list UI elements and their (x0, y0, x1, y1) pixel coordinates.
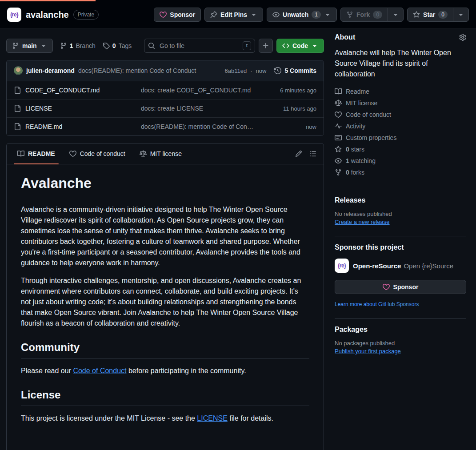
packages-section: Packages No packages published Publish y… (335, 318, 466, 365)
tags-link[interactable]: 0 Tags (103, 42, 132, 49)
star-icon (413, 11, 420, 18)
about-custom-properties-link[interactable]: Custom properties (335, 132, 466, 143)
about-readme-link[interactable]: Readme (335, 86, 466, 97)
star-label: Star (423, 11, 435, 18)
community-paragraph: Please read our Code of Conduct before p… (21, 366, 309, 376)
go-to-file-input[interactable] (159, 42, 239, 50)
org-avatar[interactable]: {re} (7, 8, 21, 22)
file-link[interactable]: LICENSE (14, 105, 141, 112)
tab-mit-license-label: MIT license (150, 150, 182, 157)
file-link[interactable]: README.md (14, 123, 141, 130)
file-commit-time: 6 minutes ago (254, 87, 316, 94)
table-row[interactable]: LICENSE docs: create LICENSE 11 hours ag… (7, 99, 324, 117)
git-branch-icon (12, 42, 19, 49)
sponsor-org-login[interactable]: Open-reSource (353, 262, 401, 270)
file-commit-message[interactable]: docs(README): mention Code of Conduct (141, 123, 254, 130)
table-row[interactable]: CODE_OF_CONDUCT.md docs: create CODE_OF_… (7, 81, 324, 99)
go-to-file-kbd-hint: t (243, 41, 251, 50)
branch-selector[interactable]: main (6, 39, 53, 53)
community-text-post: before participating in the community. (126, 367, 246, 374)
main-column: main 1 Branch 0 Tags t (6, 29, 324, 450)
file-name: README.md (25, 123, 62, 130)
code-of-conduct-link[interactable]: Code of Conduct (73, 367, 126, 374)
fork-icon (335, 169, 342, 176)
file-commit-message[interactable]: docs: create CODE_OF_CONDUCT.md (141, 87, 254, 94)
about-license-link[interactable]: MIT license (335, 97, 466, 109)
outline-button[interactable] (306, 147, 320, 161)
community-heading: Community (21, 341, 309, 358)
chevron-down-icon (392, 11, 399, 18)
tab-code-of-conduct[interactable]: Code of conduct (62, 143, 132, 164)
unwatch-label: Unwatch (283, 11, 308, 18)
publish-package-link[interactable]: Publish your first package (335, 348, 401, 354)
add-file-button[interactable] (259, 39, 273, 53)
commits-count-label: 5 Commits (284, 67, 316, 74)
unwatch-button[interactable]: Unwatch 1 (267, 8, 337, 22)
law-icon (140, 150, 147, 157)
github-sponsors-learn-more-link[interactable]: Learn more about GitHub Sponsors (335, 301, 419, 307)
commit-sha[interactable]: 6ab11ed (225, 68, 247, 74)
commit-author[interactable]: julien-deramond (26, 67, 75, 74)
edit-readme-button[interactable] (292, 147, 306, 161)
gear-icon[interactable] (459, 34, 466, 41)
commits-history-link[interactable]: 5 Commits (274, 67, 316, 74)
stars-stat-link[interactable]: 0 stars (335, 143, 466, 155)
sponsor-button[interactable]: Sponsor (154, 8, 201, 22)
file-commit-message[interactable]: docs: create LICENSE (141, 105, 254, 112)
about-activity-link[interactable]: Activity (335, 120, 466, 132)
stat-count: 1 (346, 157, 349, 164)
fork-label: Fork (356, 11, 370, 18)
sidebar-sponsor-button-label: Sponsor (393, 283, 419, 291)
fork-icon (346, 11, 353, 18)
forks-stat-link[interactable]: 0 forks (335, 167, 466, 178)
go-to-file-box[interactable]: t (144, 39, 255, 53)
file-name: CODE_OF_CONDUCT.md (25, 87, 100, 94)
code-button[interactable]: Code (276, 39, 324, 53)
readme-tab-bar: README Code of conduct MIT license (7, 143, 324, 164)
stat-text: 0 stars (346, 146, 364, 153)
about-description: Avalanche will help The Winter Open Sour… (335, 48, 466, 80)
branches-link[interactable]: 1 Branch (60, 42, 96, 49)
branch-name: main (22, 42, 37, 49)
sponsor-org-avatar[interactable]: {re} (335, 259, 349, 273)
repo-name[interactable]: avalanche (26, 10, 69, 20)
tab-readme[interactable]: README (10, 143, 62, 164)
table-row[interactable]: README.md docs(README): mention Code of … (7, 117, 324, 135)
edit-pins-button[interactable]: Edit Pins (204, 8, 263, 22)
code-of-conduct-icon (69, 150, 76, 157)
tag-icon (103, 42, 110, 49)
book-icon (17, 150, 24, 157)
plus-icon (262, 42, 269, 49)
tab-mit-license[interactable]: MIT license (132, 143, 189, 164)
packages-empty-text: No packages published (335, 340, 466, 346)
stat-count: 0 (346, 169, 349, 176)
tab-readme-label: README (28, 150, 55, 157)
latest-commit-bar: julien-deramond docs(README): mention Co… (7, 60, 324, 81)
commit-author-avatar[interactable] (14, 66, 23, 75)
sidebar-sponsor-button[interactable]: Sponsor (335, 280, 466, 294)
tab-code-of-conduct-label: Code of conduct (80, 150, 125, 157)
page-layout: main 1 Branch 0 Tags t (0, 29, 476, 450)
about-code-of-conduct-link[interactable]: Code of conduct (335, 109, 466, 120)
file-link[interactable]: CODE_OF_CONDUCT.md (14, 87, 141, 94)
chevron-down-icon (40, 42, 47, 49)
license-link[interactable]: LICENSE (197, 414, 227, 422)
chevron-down-icon (457, 11, 464, 18)
pencil-icon (295, 150, 302, 157)
watching-stat-link[interactable]: 1 watching (335, 155, 466, 167)
repo-actions: Sponsor Edit Pins Unwatch 1 Fork 0 (154, 8, 469, 22)
star-button[interactable]: Star 0 (407, 8, 453, 22)
fork-button[interactable]: Fork 0 (340, 8, 388, 22)
sponsor-section: Sponsor this project {re} Open-reSource … (335, 236, 466, 318)
fork-dropdown-button[interactable] (388, 8, 404, 22)
stat-text: 0 forks (346, 169, 364, 176)
community-text-pre: Please read our (21, 367, 73, 374)
star-dropdown-button[interactable] (453, 8, 469, 22)
file-icon (14, 105, 21, 112)
eye-icon (335, 157, 342, 164)
star-counter: 0 (438, 11, 448, 19)
fork-button-group: Fork 0 (340, 8, 404, 22)
commit-message[interactable]: docs(README): mention Code of Conduct (78, 67, 221, 74)
file-name: LICENSE (25, 105, 52, 112)
create-release-link[interactable]: Create a new release (335, 219, 390, 225)
